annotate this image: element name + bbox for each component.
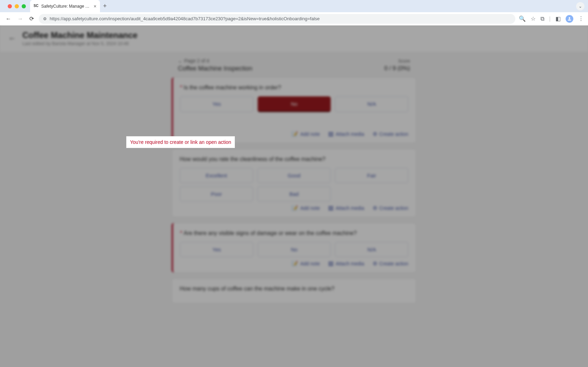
option-bad[interactable]: Bad <box>257 186 331 201</box>
forward-button[interactable]: → <box>16 14 24 23</box>
option-no[interactable]: No <box>258 96 331 112</box>
option-na[interactable]: N/A <box>335 242 408 257</box>
add-note-button[interactable]: 📝 Add note <box>292 205 320 211</box>
attach-media-button[interactable]: 🖼 Attach media <box>328 131 364 137</box>
action-icon: ⚙ <box>373 205 377 211</box>
page-indicator[interactable]: ⌄ Page 2 of 4 <box>178 58 209 64</box>
site-settings-icon[interactable]: ⚙ <box>43 16 47 21</box>
score-label: Score <box>398 58 410 64</box>
last-edited-text: Last edited by Barista Manager at Nov 5,… <box>22 41 137 46</box>
question-text: *Are there any visible signs of damage o… <box>180 230 408 236</box>
note-icon: 📝 <box>292 260 298 267</box>
section-title: Coffee Machine Inspection <box>178 65 252 72</box>
option-poor[interactable]: Poor <box>180 186 253 201</box>
create-action-button[interactable]: ⚙ Create action <box>373 131 408 137</box>
question-text: How would you rate the cleanliness of th… <box>180 156 408 162</box>
window-controls <box>3 0 30 12</box>
attach-media-button[interactable]: 🖼 Attach media <box>328 260 364 267</box>
svg-point-0 <box>569 17 571 19</box>
question-card: How would you rate the cleanliness of th… <box>172 149 416 217</box>
bookmark-icon[interactable]: ☆ <box>531 15 536 22</box>
tab-title: SafetyCulture: Manage Teams and... <box>41 4 91 9</box>
option-no[interactable]: No <box>258 242 331 257</box>
option-fair[interactable]: Fair <box>335 168 408 183</box>
tab-favicon: SC <box>34 4 38 9</box>
create-action-button[interactable]: ⚙ Create action <box>373 205 408 211</box>
validation-message: You're required to create or link an ope… <box>126 136 235 148</box>
browser-tab[interactable]: SC SafetyCulture: Manage Teams and... × <box>30 0 100 12</box>
page-header: ← Coffee Machine Maintenance Last edited… <box>0 25 588 52</box>
page-title: Coffee Machine Maintenance <box>22 30 137 40</box>
close-tab-icon[interactable]: × <box>94 3 96 9</box>
create-action-button[interactable]: ⚙ Create action <box>373 260 408 267</box>
profile-icon[interactable] <box>566 15 573 23</box>
tabs-dropdown-button[interactable]: ⌄ <box>576 2 585 10</box>
chevron-down-icon: ⌄ <box>178 58 182 64</box>
reload-button[interactable]: ⟳ <box>28 14 35 23</box>
browser-tab-bar: SC SafetyCulture: Manage Teams and... × … <box>0 0 588 12</box>
add-note-button[interactable]: 📝 Add note <box>292 260 320 267</box>
note-icon: 📝 <box>292 205 298 211</box>
page-content: ← Coffee Machine Maintenance Last edited… <box>0 25 588 367</box>
action-icon: ⚙ <box>373 260 377 267</box>
url-text: https://app.safetyculture.com/inspection… <box>50 16 511 21</box>
question-text: *Is the coffee machine working in order? <box>180 85 408 91</box>
action-icon: ⚙ <box>373 131 377 137</box>
question-text: How many cups of coffee can the machine … <box>180 286 408 292</box>
option-na[interactable]: N/A <box>335 96 408 112</box>
option-excellent[interactable]: Excellent <box>180 168 253 183</box>
close-window-button[interactable] <box>8 4 12 8</box>
media-icon: 🖼 <box>328 205 334 211</box>
back-button[interactable]: ← <box>4 14 13 23</box>
option-yes[interactable]: Yes <box>180 96 253 112</box>
required-star-icon: * <box>180 230 182 236</box>
note-icon: 📝 <box>292 131 298 137</box>
required-star-icon: * <box>180 85 182 90</box>
side-panel-icon[interactable]: ◧ <box>555 15 561 22</box>
zoom-icon[interactable]: 🔍 <box>519 15 526 22</box>
maximize-window-button[interactable] <box>22 4 26 8</box>
question-card: *Are there any visible signs of damage o… <box>172 223 416 273</box>
menu-icon[interactable]: ⋮ <box>578 15 584 22</box>
browser-toolbar: ← → ⟳ ⚙ https://app.safetyculture.com/in… <box>0 12 588 25</box>
add-note-button[interactable]: 📝 Add note <box>292 131 320 137</box>
page-back-button[interactable]: ← <box>8 34 16 43</box>
media-icon: 🖼 <box>328 131 334 137</box>
minimize-window-button[interactable] <box>15 4 19 8</box>
question-card: *Is the coffee machine working in order?… <box>172 77 416 143</box>
question-card: How many cups of coffee can the machine … <box>172 278 416 303</box>
option-yes[interactable]: Yes <box>180 242 253 257</box>
divider: | <box>549 16 551 22</box>
new-tab-button[interactable]: + <box>100 0 110 12</box>
attach-media-button[interactable]: 🖼 Attach media <box>328 205 364 211</box>
option-good[interactable]: Good <box>257 168 331 183</box>
media-icon: 🖼 <box>328 261 334 267</box>
extensions-icon[interactable]: ⧉ <box>540 16 544 22</box>
address-bar[interactable]: ⚙ https://app.safetyculture.com/inspecti… <box>39 14 515 24</box>
section-score: 0 / 9 (0%) <box>384 65 410 72</box>
